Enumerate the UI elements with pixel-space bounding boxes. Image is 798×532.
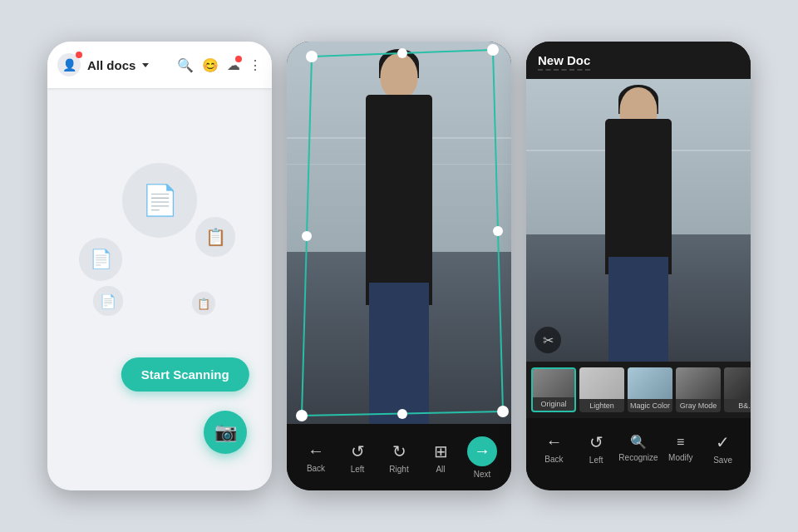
svg-point-2: [487, 44, 499, 56]
edit-rotate-icon: ↺: [589, 432, 603, 452]
crop-icon-overlay[interactable]: ✂: [534, 327, 561, 353]
filter-bw-label: B&...: [738, 401, 751, 410]
crop-overlay: [287, 42, 511, 424]
doc-icon-small1: 📄: [93, 286, 123, 316]
more-options-icon[interactable]: ⋮: [249, 57, 262, 73]
left-label: Left: [351, 465, 365, 474]
recognize-icon: 🔍: [630, 434, 647, 450]
person-body-3: [605, 119, 672, 274]
editing-toolbar: ← Back ↺ Left 🔍 Recognize ≡ Modify ✓ Sav…: [526, 418, 751, 478]
svg-point-8: [302, 231, 312, 241]
edit-left-label: Left: [589, 456, 603, 465]
start-scanning-button[interactable]: Start Scanning: [121, 357, 249, 392]
chevron-down-icon: [142, 63, 149, 67]
toolbar-rotate-right[interactable]: ↻ Right: [378, 441, 420, 474]
documents-header: 👤 All docs 🔍 😊 ☁ ⋮: [47, 42, 272, 88]
all-pages-icon: ⊞: [434, 441, 448, 461]
doc-icon-med2: 📋: [195, 217, 235, 257]
svg-point-1: [306, 51, 318, 62]
toolbar-rotate-left[interactable]: ↺ Left: [337, 441, 378, 474]
doc-icon-large: 📄: [122, 163, 197, 238]
filter-gray-label: Gray Mode: [680, 401, 717, 410]
rotate-right-icon: ↻: [392, 441, 406, 461]
svg-point-5: [397, 48, 407, 58]
edit-back-icon: ←: [545, 432, 562, 451]
rotate-left-icon: ↺: [351, 441, 365, 461]
filter-lighten-img: [579, 367, 624, 399]
notification-dot: [235, 56, 242, 62]
filter-bw[interactable]: B&...: [724, 367, 751, 412]
header-icons: 🔍 😊 ☁ ⋮: [177, 57, 262, 73]
next-label: Next: [474, 470, 491, 479]
filter-lighten-label: Lighten: [589, 401, 614, 410]
phones-container: 👤 All docs 🔍 😊 ☁ ⋮ 📄 📄 📋 📄: [31, 25, 767, 507]
edit-back-label: Back: [544, 455, 563, 464]
svg-point-7: [397, 409, 407, 419]
filter-magic-label: Magic Color: [630, 401, 670, 410]
save-check-icon: ✓: [716, 432, 730, 452]
editing-header: New Doc: [526, 42, 751, 79]
filter-original[interactable]: Original: [531, 367, 576, 412]
search-icon[interactable]: 🔍: [177, 57, 194, 73]
filter-bw-img: [724, 367, 751, 399]
scan-image-area: [287, 42, 511, 424]
filter-strip: Original Lighten Magic Color Gray Mode B…: [526, 362, 751, 418]
phone-editing: New Doc ✂ Original: [526, 42, 751, 490]
next-arrow-icon: →: [467, 436, 497, 466]
svg-point-4: [296, 410, 308, 421]
phone-scan-crop: ← Back ↺ Left ↻ Right ⊞ All → Next: [287, 42, 511, 490]
editing-recognize[interactable]: 🔍 Recognize: [618, 434, 660, 462]
upload-icon-wrap: ☁: [227, 57, 240, 73]
filter-original-img: [533, 369, 574, 397]
filter-gray-mode[interactable]: Gray Mode: [676, 367, 721, 412]
right-label: Right: [389, 465, 408, 474]
person-jeans-3: [608, 257, 668, 362]
filter-lighten[interactable]: Lighten: [579, 367, 624, 412]
filter-original-label: Original: [540, 400, 566, 408]
recognize-label: Recognize: [618, 453, 658, 462]
phone-documents: 👤 All docs 🔍 😊 ☁ ⋮ 📄 📄 📋 📄: [47, 42, 272, 490]
person-figure-3: [549, 79, 728, 362]
modify-icon: ≡: [677, 435, 684, 450]
doc-icon-med1: 📄: [79, 238, 122, 281]
back-arrow-icon: ←: [308, 441, 324, 461]
toolbar-back[interactable]: ← Back: [295, 441, 337, 473]
svg-point-3: [497, 406, 509, 417]
all-label: All: [436, 465, 445, 474]
filter-magic-img: [628, 367, 672, 399]
save-label: Save: [713, 456, 732, 465]
filter-gray-img: [676, 367, 721, 399]
editing-title: New Doc: [538, 53, 590, 71]
documents-body: 📄 📄 📋 📄 📋 Start Scanning 📷: [47, 88, 272, 487]
editing-rotate[interactable]: ↺ Left: [575, 432, 618, 465]
filter-magic-color[interactable]: Magic Color: [628, 367, 672, 412]
toolbar-next[interactable]: → Next: [461, 436, 503, 479]
scan-toolbar: ← Back ↺ Left ↻ Right ⊞ All → Next: [287, 424, 511, 490]
emoji-icon[interactable]: 😊: [202, 57, 219, 73]
doc-icon-small2: 📋: [192, 292, 215, 315]
user-avatar[interactable]: 👤: [57, 53, 81, 76]
editing-back[interactable]: ← Back: [533, 432, 575, 464]
svg-point-6: [493, 226, 503, 236]
back-label: Back: [307, 464, 325, 473]
camera-fab-button[interactable]: 📷: [204, 411, 247, 454]
toolbar-all[interactable]: ⊞ All: [420, 441, 461, 474]
editing-save[interactable]: ✓ Save: [702, 432, 744, 465]
editing-modify[interactable]: ≡ Modify: [659, 435, 702, 462]
header-title: All docs: [87, 58, 170, 72]
editing-image-area: ✂: [526, 79, 751, 362]
modify-label: Modify: [668, 453, 692, 462]
title-text: All docs: [87, 58, 135, 72]
svg-marker-0: [302, 50, 503, 416]
